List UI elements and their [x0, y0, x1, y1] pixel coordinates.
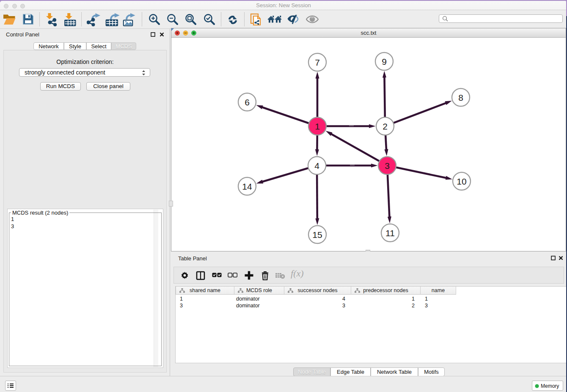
svg-text:4: 4	[314, 161, 319, 171]
svg-text:14: 14	[242, 182, 252, 191]
svg-text:11: 11	[385, 228, 395, 238]
svg-text:3: 3	[385, 161, 390, 171]
svg-text:6: 6	[245, 97, 250, 107]
svg-text:8: 8	[458, 93, 463, 102]
svg-text:7: 7	[315, 58, 320, 67]
svg-text:1: 1	[315, 121, 320, 131]
svg-text:15: 15	[312, 230, 322, 240]
svg-text:9: 9	[382, 57, 387, 66]
svg-text:2: 2	[383, 121, 388, 131]
svg-text:10: 10	[457, 177, 466, 186]
